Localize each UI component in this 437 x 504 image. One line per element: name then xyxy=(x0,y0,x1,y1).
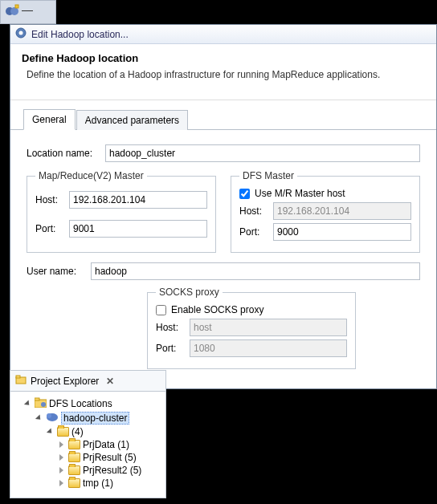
tab-general[interactable]: General xyxy=(23,109,76,130)
dialog-icon xyxy=(15,27,27,41)
tabs: General Advanced parameters xyxy=(10,100,436,130)
project-explorer-title: Project Explorer xyxy=(31,376,99,387)
tree-node-child[interactable]: PrjResult (5) xyxy=(14,451,162,464)
tree-node-cluster[interactable]: hadoop-cluster xyxy=(14,411,162,425)
hadoop-perspective-icon[interactable] xyxy=(4,3,20,22)
dfs-port-input[interactable] xyxy=(273,223,411,241)
svg-point-11 xyxy=(47,413,51,418)
tree-label: (4) xyxy=(71,426,84,437)
expand-icon xyxy=(24,400,31,407)
tree-label: PrjResult (5) xyxy=(83,452,137,463)
dialog-titlebar: Edit Hadoop location... xyxy=(10,25,436,44)
tree-node-child[interactable]: tmp (1) xyxy=(14,477,162,490)
location-name-label: Location name: xyxy=(27,148,99,159)
tree-label: PrjResult2 (5) xyxy=(83,465,141,476)
edit-hadoop-location-dialog: Edit Hadoop location... Define Hadoop lo… xyxy=(10,24,437,389)
elephant-icon xyxy=(46,412,59,425)
dfs-host-input xyxy=(273,202,411,220)
dialog-heading: Define Hadoop location xyxy=(22,52,425,64)
tab-panel-general: Location name: Map/Reduce(V2) Master Hos… xyxy=(10,130,436,388)
dfs-host-label: Host: xyxy=(239,205,267,217)
collapse-icon xyxy=(59,441,63,448)
project-explorer-tab[interactable]: Project Explorer ✕ xyxy=(10,371,165,392)
svg-rect-6 xyxy=(16,376,20,378)
dfs-port-label: Port: xyxy=(239,226,267,238)
tree-node-dfs-locations[interactable]: DFS Locations xyxy=(14,396,162,411)
socks-proxy-group: SOCKS proxy Enable SOCKS proxy Host: Por… xyxy=(147,287,356,369)
expand-icon xyxy=(47,428,54,435)
mr-host-input[interactable] xyxy=(69,191,207,209)
project-explorer-tree: DFS Locations hadoop-cluster (4) PrjData… xyxy=(10,392,165,498)
dialog-subheading: Define the location of a Hadoop infrastr… xyxy=(27,69,425,80)
svg-rect-8 xyxy=(35,398,39,400)
location-name-input[interactable] xyxy=(105,144,420,162)
eclipse-toolbar-fragment xyxy=(0,0,56,24)
socks-port-input xyxy=(190,339,347,357)
tree-label: DFS Locations xyxy=(49,398,112,409)
socks-host-label: Host: xyxy=(156,322,183,333)
collapse-icon xyxy=(59,467,63,474)
mapreduce-legend: Map/Reduce(V2) Master xyxy=(35,170,147,181)
tree-node-child[interactable]: PrjData (1) xyxy=(14,438,162,451)
use-mr-host-checkbox[interactable] xyxy=(239,189,250,199)
mr-port-label: Port: xyxy=(35,223,63,234)
tree-label: tmp (1) xyxy=(83,478,113,489)
tree-node-count[interactable]: (4) xyxy=(14,425,162,438)
socks-enable-checkbox[interactable] xyxy=(156,305,166,315)
tree-node-child[interactable]: PrjResult2 (5) xyxy=(14,464,162,477)
folder-icon xyxy=(68,453,80,462)
tab-advanced[interactable]: Advanced parameters xyxy=(76,110,188,130)
svg-point-4 xyxy=(19,31,23,35)
expand-icon xyxy=(35,414,43,421)
mapreduce-master-group: Map/Reduce(V2) Master Host: Port: xyxy=(27,170,216,253)
user-name-input[interactable] xyxy=(91,262,420,280)
close-icon[interactable]: ✕ xyxy=(106,376,114,387)
folder-icon xyxy=(57,427,69,437)
collapse-icon xyxy=(59,480,63,486)
mr-host-label: Host: xyxy=(35,194,63,205)
dfs-master-group: DFS Master Use M/R Master host Host: Por… xyxy=(231,170,420,253)
mr-port-input[interactable] xyxy=(69,220,207,238)
svg-rect-2 xyxy=(15,5,18,8)
socks-port-label: Port: xyxy=(156,343,183,354)
dialog-header: Define Hadoop location Define the locati… xyxy=(10,44,436,100)
project-explorer-view: Project Explorer ✕ DFS Locations hadoop-… xyxy=(10,370,166,498)
socks-enable-label: Enable SOCKS proxy xyxy=(171,304,263,315)
use-mr-host-label: Use M/R Master host xyxy=(255,188,345,199)
folder-icon xyxy=(68,465,80,475)
collapse-icon xyxy=(59,454,63,461)
svg-point-9 xyxy=(41,402,46,407)
dialog-title: Edit Hadoop location... xyxy=(31,29,129,40)
minimize-icon[interactable] xyxy=(22,10,33,14)
folder-icon xyxy=(68,478,80,488)
user-name-label: User name: xyxy=(27,266,84,277)
socks-legend: SOCKS proxy xyxy=(156,287,223,298)
tree-label: PrjData (1) xyxy=(83,439,129,450)
project-explorer-icon xyxy=(15,374,27,388)
dfs-locations-icon xyxy=(35,397,47,410)
tree-label: hadoop-cluster xyxy=(61,412,129,425)
dfs-legend: DFS Master xyxy=(239,170,297,181)
folder-icon xyxy=(68,440,80,449)
socks-host-input xyxy=(190,319,347,336)
